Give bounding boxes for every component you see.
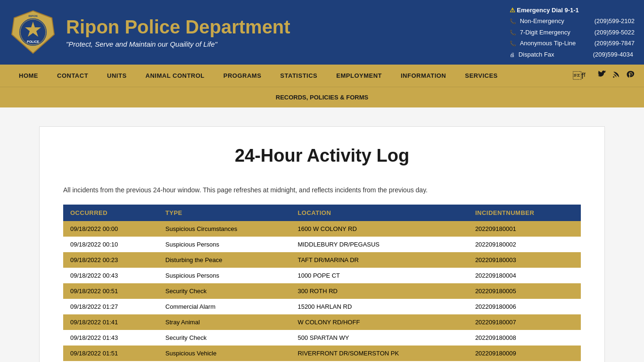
twitter-icon[interactable] (598, 70, 606, 81)
page-title: 24-Hour Activity Log (63, 146, 581, 166)
rss-icon[interactable] (612, 70, 620, 81)
cell-5-2: 15200 HARLAN RD (290, 299, 468, 314)
table-row: 09/18/2022 00:00Suspicious Circumstances… (63, 221, 581, 237)
cell-0-0: 09/18/2022 00:00 (63, 221, 158, 237)
cell-6-3: 202209180007 (468, 314, 581, 330)
header-title-block: Ripon Police Department "Protect, Serve … (66, 16, 510, 48)
nav-records[interactable]: RECORDS, POLICIES & FORMS (266, 87, 378, 107)
pinterest-icon[interactable] (626, 70, 635, 81)
seven-digit-number: (209)599-5022 (594, 27, 635, 38)
non-emergency-number: (209)599-2102 (594, 16, 635, 26)
col-location: LOCATION (290, 205, 468, 221)
main-content: 24-Hour Activity Log All incidents from … (0, 107, 644, 362)
cell-8-3: 202209180009 (468, 346, 581, 361)
svg-text:RIPON: RIPON (28, 15, 37, 17)
emergency-line: Emergency Dial 9-1-1 (510, 5, 635, 16)
nav-services[interactable]: SERVICES (455, 65, 507, 87)
tip-line-number: (209)599-7847 (594, 38, 635, 49)
content-card: 24-Hour Activity Log All incidents from … (39, 126, 605, 362)
nav-bar-row1: HOME CONTACT UNITS ANIMAL CONTROL PROGRA… (0, 65, 644, 87)
non-emergency-row: Non-Emergency (209)599-2102 (510, 16, 635, 26)
table-row: 09/18/2022 00:43Suspicious Persons1000 P… (63, 268, 581, 283)
svg-text:POLICE: POLICE (27, 40, 39, 43)
cell-5-1: Commercial Alarm (158, 299, 291, 314)
cell-6-0: 09/18/2022 01:41 (63, 314, 158, 330)
cell-4-2: 300 ROTH RD (290, 283, 468, 299)
cell-4-3: 202209180005 (468, 283, 581, 299)
cell-0-1: Suspicious Circumstances (158, 221, 291, 237)
cell-1-2: MIDDLEBURY DR/PEGASUS (290, 237, 468, 252)
cell-3-1: Suspicious Persons (158, 268, 291, 283)
cell-8-0: 09/18/2022 01:51 (63, 346, 158, 361)
cell-4-0: 09/18/2022 00:51 (63, 283, 158, 299)
cell-3-0: 09/18/2022 00:43 (63, 268, 158, 283)
cell-6-1: Stray Animal (158, 314, 291, 330)
table-row: 09/18/2022 00:51Security Check300 ROTH R… (63, 283, 581, 299)
svg-point-7 (613, 76, 614, 78)
cell-2-2: TAFT DR/MARINA DR (290, 252, 468, 268)
tip-line-row: Anonymous Tip-Line (209)599-7847 (510, 38, 635, 49)
cell-7-0: 09/18/2022 01:43 (63, 330, 158, 346)
cell-7-1: Security Check (158, 330, 291, 346)
cell-0-2: 1600 W COLONY RD (290, 221, 468, 237)
cell-1-1: Suspicious Persons (158, 237, 291, 252)
nav-bar-row2: RECORDS, POLICIES & FORMS (0, 87, 644, 107)
table-row: 09/18/2022 00:23Disturbing the PeaceTAFT… (63, 252, 581, 268)
col-type: TYPE (158, 205, 291, 221)
cell-0-3: 202209180001 (468, 221, 581, 237)
page-description: All incidents from the previous 24-hour … (63, 185, 581, 195)
cell-1-3: 202209180002 (468, 237, 581, 252)
table-header-row: OCCURRED TYPE LOCATION INCIDENTNUMBER (63, 205, 581, 221)
nav-programs[interactable]: PROGRAMS (214, 65, 271, 87)
seven-digit-label: 7-Digit Emergency (520, 27, 591, 38)
fax-number: (209)599-4034 (593, 49, 633, 60)
cell-4-1: Security Check (158, 283, 291, 299)
cell-5-3: 202209180006 (468, 299, 581, 314)
nav-units[interactable]: UNITS (98, 65, 136, 87)
cell-8-1: Suspicious Vehicle (158, 346, 291, 361)
svg-text:f: f (584, 71, 586, 78)
nav-home[interactable]: HOME (9, 65, 48, 87)
cell-2-1: Disturbing the Peace (158, 252, 291, 268)
cell-1-0: 09/18/2022 00:10 (63, 237, 158, 252)
nav-statistics[interactable]: STATISTICS (271, 65, 327, 87)
nav-information[interactable]: INFORMATION (391, 65, 455, 87)
cell-7-2: 500 SPARTAN WY (290, 330, 468, 346)
site-subtitle: "Protect, Serve and Maintain our Quailit… (66, 40, 510, 48)
seven-digit-row: 7-Digit Emergency (209)599-5022 (510, 27, 635, 38)
site-title: Ripon Police Department (66, 16, 510, 38)
table-row: 09/18/2022 01:41Stray AnimalW COLONY RD/… (63, 314, 581, 330)
nav-animal-control[interactable]: ANIMAL CONTROL (136, 65, 214, 87)
cell-3-3: 202209180004 (468, 268, 581, 283)
cell-2-0: 09/18/2022 00:23 (63, 252, 158, 268)
fax-label: Dispatch Fax (519, 49, 589, 60)
police-badge-logo: POLICE RIPON (9, 8, 57, 56)
table-row: 09/18/2022 01:43Security Check500 SPARTA… (63, 330, 581, 346)
cell-7-3: 202209180008 (468, 330, 581, 346)
phone-icon-2 (510, 27, 516, 38)
cell-6-2: W COLONY RD/HOFF (290, 314, 468, 330)
cell-8-2: RIVERFRONT DR/SOMERSTON PK (290, 346, 468, 361)
phone-icon-3 (510, 38, 516, 49)
col-occurred: OCCURRED (63, 205, 158, 221)
table-row: 09/18/2022 01:51Suspicious VehicleRIVERF… (63, 346, 581, 361)
fax-row: Dispatch Fax (209)599-4034 (510, 49, 635, 60)
header-contact-info: Emergency Dial 9-1-1 Non-Emergency (209)… (510, 5, 635, 60)
cell-5-0: 09/18/2022 01:27 (63, 299, 158, 314)
tip-line-label: Anonymous Tip-Line (520, 38, 591, 49)
table-row: 09/18/2022 00:10Suspicious PersonsMIDDLE… (63, 237, 581, 252)
nav-employment[interactable]: EMPLOYMENT (327, 65, 391, 87)
non-emergency-label: Non-Emergency (520, 16, 591, 26)
table-row: 09/18/2022 01:27Commercial Alarm15200 HA… (63, 299, 581, 314)
nav-contact[interactable]: CONTACT (48, 65, 98, 87)
activity-log-table: OCCURRED TYPE LOCATION INCIDENTNUMBER 09… (63, 205, 581, 362)
site-header: POLICE RIPON Ripon Police Department "Pr… (0, 0, 644, 65)
cell-2-3: 202209180003 (468, 252, 581, 268)
facebook-icon[interactable]: ff (573, 70, 592, 81)
col-incident: INCIDENTNUMBER (468, 205, 581, 221)
cell-3-2: 1000 POPE CT (290, 268, 468, 283)
phone-icon (510, 16, 516, 26)
fax-icon (510, 49, 515, 60)
